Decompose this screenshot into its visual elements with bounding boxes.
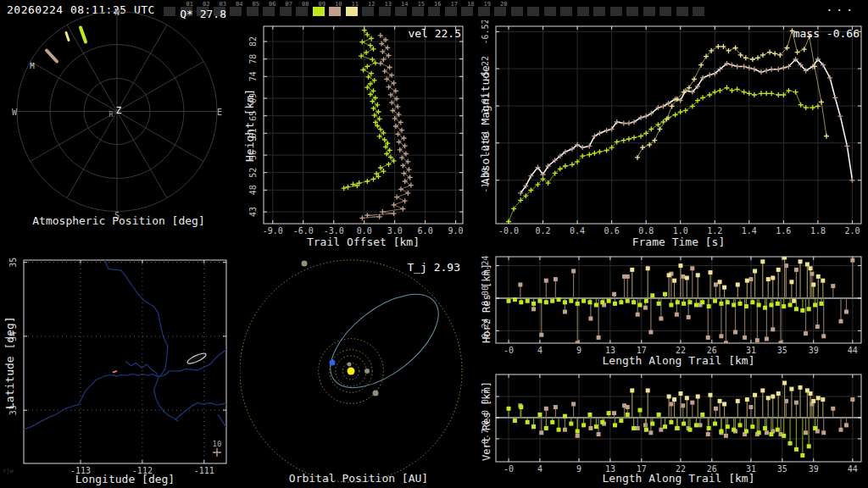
frame-cell-label: 15 [418, 2, 425, 8]
frame-cell[interactable] [676, 7, 688, 16]
svg-text:Z: Z [116, 105, 122, 116]
frame-cell[interactable] [693, 7, 704, 16]
svg-text:0.2: 0.2 [536, 226, 551, 236]
magnitude-x-axis-label: Frame Time [s] [496, 236, 861, 248]
frame-cell-label: 20 [500, 2, 507, 8]
horz-res-chart: -04913172226313539440.24-0.00-0.24 [475, 252, 868, 370]
light-curve-panel: -0.00.20.40.60.81.01.21.41.61.82.0-6.52-… [475, 20, 868, 252]
frame-cell-label: 14 [401, 2, 408, 8]
vertical-residuals-panel: -04913172226313539440.70.0-0.7 Vert Res … [475, 370, 868, 488]
svg-text:48: 48 [248, 185, 258, 195]
svg-text:74: 74 [248, 71, 258, 81]
ground-map-chart: -113-112-11133343510 [0, 252, 237, 488]
map-x-axis-label: Longitude [deg] [24, 473, 226, 485]
frame-cell[interactable] [659, 7, 671, 16]
trail-x-axis-label: Trail Offset [km] [264, 236, 463, 248]
frame-cell-label: 16 [434, 2, 441, 8]
svg-text:2.0: 2.0 [844, 226, 860, 236]
frame-cell[interactable] [560, 7, 572, 16]
frame-cell-16[interactable] [428, 7, 440, 16]
vert-res-chart: -04913172226313539440.70.0-0.7 [475, 370, 868, 488]
svg-text:-3.0: -3.0 [324, 226, 344, 236]
frame-cell[interactable] [593, 7, 605, 16]
orbit-chart [240, 252, 477, 488]
svg-text:35: 35 [8, 258, 18, 268]
svg-text:1.8: 1.8 [810, 226, 826, 236]
frame-cell-label: 06 [269, 2, 275, 8]
svg-text:52: 52 [248, 168, 258, 178]
frame-cell-label: 08 [302, 2, 309, 8]
svg-text:1.0: 1.0 [673, 226, 688, 236]
polar-chart-title: Atmospheric Position [deg] [0, 214, 237, 227]
svg-text:82: 82 [248, 36, 258, 47]
svg-text:N: N [114, 8, 120, 17]
magnitude-chart: -0.00.20.40.60.81.01.21.41.61.82.0-6.52-… [475, 20, 868, 252]
svg-text:43: 43 [248, 207, 258, 217]
svg-text:W: W [12, 108, 18, 117]
frame-cell-19[interactable] [478, 7, 490, 16]
frame-cell-11[interactable] [346, 7, 358, 16]
frame-cell-label: 13 [385, 2, 392, 8]
frame-cell-09[interactable] [313, 7, 325, 16]
trail-offset-panel: -9.0-6.0-3.00.03.06.09.04348525661656974… [240, 20, 477, 252]
frame-cell-20[interactable] [494, 7, 506, 16]
ground-map-panel: -113-112-11133343510 Longitude [deg] Lat… [0, 252, 237, 488]
frame-cell[interactable] [626, 7, 638, 16]
trail-offset-chart: -9.0-6.0-3.00.03.06.09.04348525661656974… [240, 20, 477, 252]
overflow-menu-dots-icon[interactable]: ... [826, 1, 856, 14]
frame-cell-label: 05 [253, 2, 259, 8]
svg-text:3.0: 3.0 [387, 226, 403, 236]
frame-cell[interactable] [511, 7, 523, 16]
frame-cell[interactable] [527, 7, 539, 16]
atmospheric-position-panel: NSEWZRM Q* 27.8 Atmospheric Position [de… [0, 0, 237, 231]
vert-res-x-axis-label: Length Along Trail [km] [496, 472, 861, 485]
svg-text:M: M [30, 62, 35, 70]
svg-text:-6.52: -6.52 [481, 20, 490, 44]
watermark: rjw [3, 468, 14, 474]
svg-text:-0.0: -0.0 [498, 226, 519, 236]
frame-cell-label: 19 [484, 2, 491, 8]
frame-cell-17[interactable] [445, 7, 457, 16]
svg-text:6.0: 6.0 [418, 226, 433, 236]
svg-text:-9.0: -9.0 [263, 226, 283, 236]
velocity-value: vel 22.5 [408, 27, 461, 40]
frame-cell-07[interactable] [280, 7, 292, 16]
svg-text:9.0: 9.0 [448, 226, 464, 236]
svg-text:1.2: 1.2 [707, 226, 722, 236]
svg-text:E: E [217, 108, 222, 117]
frame-cell-label: 12 [368, 2, 375, 8]
frame-cell-06[interactable] [263, 7, 275, 16]
svg-text:0.4: 0.4 [570, 226, 585, 236]
frame-cell-13[interactable] [379, 7, 391, 16]
svg-text:1.6: 1.6 [776, 226, 791, 236]
mass-value: mass -0.66 [793, 27, 860, 40]
svg-text:0.8: 0.8 [638, 226, 654, 236]
frame-cell-15[interactable] [412, 7, 424, 16]
frame-cell-label: 10 [335, 2, 342, 8]
frame-cell-label: 09 [319, 2, 326, 8]
frame-cell-08[interactable] [296, 7, 308, 16]
frame-cell-12[interactable] [362, 7, 374, 16]
trail-y-axis-label: Height [km] [243, 89, 256, 162]
frame-cell[interactable] [610, 7, 622, 16]
frame-cell-18[interactable] [461, 7, 473, 16]
frame-cell-05[interactable] [247, 7, 259, 16]
orbital-position-panel: T_j 2.93 Orbital Position [AU] [240, 252, 477, 488]
frame-cell-10[interactable] [329, 7, 341, 16]
frame-cell-14[interactable] [395, 7, 407, 16]
svg-text:10: 10 [213, 440, 222, 448]
svg-text:78: 78 [248, 54, 258, 64]
meteor-analysis-dashboard: 20260224 08:11:25 UTC 010203040506070809… [0, 0, 868, 488]
q-star-value: Q* 27.8 [180, 8, 226, 20]
frame-cell[interactable] [577, 7, 589, 16]
frame-cell-label: 11 [352, 2, 359, 8]
vert-res-y-axis-label: Vert Res [km] [481, 381, 492, 461]
horz-res-y-axis-label: Horz Res [km] [481, 263, 492, 343]
svg-text:R: R [109, 111, 114, 119]
frame-cell[interactable] [544, 7, 556, 16]
frame-cell-label: 07 [286, 2, 292, 8]
svg-text:0.0: 0.0 [357, 226, 372, 236]
frame-cell[interactable] [643, 7, 655, 16]
frame-cell-label: 18 [467, 2, 474, 8]
svg-text:1.4: 1.4 [742, 226, 757, 236]
